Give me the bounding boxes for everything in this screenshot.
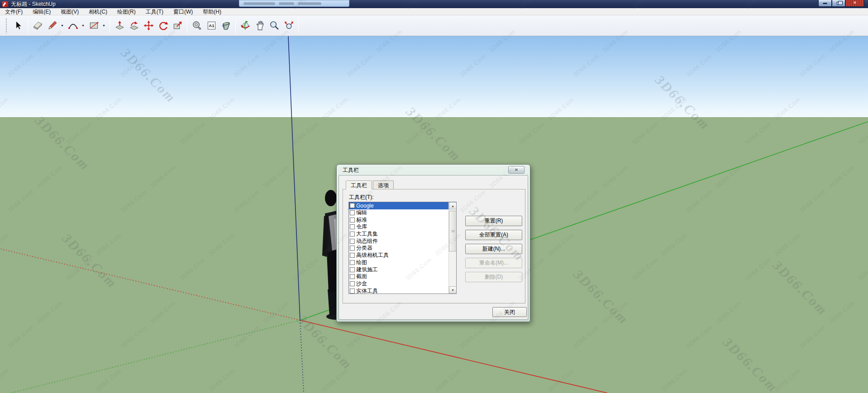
checkbox-unchecked-icon[interactable] [350,232,355,237]
toolbar-list-item[interactable]: 建筑施工 [349,266,456,273]
minimize-button[interactable]: ▬ [818,0,832,7]
toolbar-list-item-label: 截面 [356,273,367,280]
menu-item-3[interactable]: 相机(C) [84,8,112,15]
sketchup-window: 无标题 - SketchUp ▬ ✕ 文件(F)编辑(E)视图(V)相机(C)绘… [0,0,868,393]
toolbar-list-item-label: 建筑施工 [356,266,378,274]
checkbox-unchecked-icon[interactable] [350,210,355,215]
zoom-tool-button[interactable] [267,19,281,33]
svg-text:A1: A1 [209,23,215,28]
scrollbar-thumb[interactable] [449,211,457,251]
reset-all-button[interactable]: 全部重置(A) [465,230,522,240]
rectangle-dropdown-arrow-icon[interactable]: ▼ [101,19,107,33]
text-icon: A1 [206,20,217,31]
new-button[interactable]: 新建(N)... [465,244,522,254]
paint-bucket-icon [220,20,232,31]
toolbar-list-item[interactable]: 动态组件 [349,237,456,245]
dialog-close-icon[interactable]: ✕ [508,166,525,174]
toolbar-list-item[interactable]: 沙盒 [349,280,456,288]
restore-icon [837,2,840,5]
zoom-icon [269,20,280,31]
toolbar-separator [187,18,187,33]
toolbars-dialog: 工具栏 ✕ 工具栏选项 工具栏(T): Google编辑标准仓库大工具集动态组件… [336,164,530,322]
main-toolbar: ▼▼▼A1 [0,15,868,36]
toolbar-list-item[interactable]: Google [349,202,456,209]
close-button[interactable]: ✕ [845,0,864,7]
rename-button: 重命名(M)... [465,258,522,268]
select-tool-button[interactable] [11,19,25,33]
toolbar-list-item[interactable]: 分类器 [349,245,456,252]
toolbar-list-item-label: 沙盒 [356,280,367,288]
green-axis-negative [0,320,300,393]
scroll-up-icon[interactable]: ▲ [449,202,457,209]
checkbox-unchecked-icon[interactable] [350,224,355,229]
toolbar-list-item[interactable]: 高级相机工具 [349,252,456,259]
arc-tool-button[interactable] [66,19,80,33]
rotate-icon [157,20,169,31]
checkbox-unchecked-icon[interactable] [350,260,355,265]
checkbox-unchecked-icon[interactable] [350,218,355,223]
line-icon [47,20,58,31]
zoom-extents-tool-button[interactable] [282,19,296,33]
toolbar-list-item[interactable]: 标准 [349,216,456,223]
toolbar-list-item[interactable]: 实体工具 [349,287,456,294]
dialog-close-button[interactable]: 关闭 [492,307,527,317]
reset-button[interactable]: 重置(R) [465,216,522,226]
toolbar-list-item-label: 大工具集 [356,230,378,238]
red-axis [300,320,607,393]
line-dropdown-arrow-icon[interactable]: ▼ [59,19,65,33]
checkbox-unchecked-icon[interactable] [350,274,355,279]
menu-item-0[interactable]: 文件(F) [0,8,28,15]
rotate-tool-button[interactable] [156,19,170,33]
arc-icon [67,20,79,31]
scroll-down-icon[interactable]: ▼ [449,286,457,294]
push-pull-icon [114,20,125,31]
checkbox-unchecked-icon[interactable] [350,203,355,208]
rectangle-tool-button[interactable] [87,19,100,33]
toolbars-listbox[interactable]: Google编辑标准仓库大工具集动态组件分类器高级相机工具绘图建筑施工截面沙盒实… [348,202,457,294]
arc-dropdown-arrow-icon[interactable]: ▼ [80,19,86,33]
tape-measure-icon [191,20,203,31]
restore-button[interactable] [832,0,845,7]
window-title: 无标题 - SketchUp [11,0,56,8]
checkbox-unchecked-icon[interactable] [350,246,355,251]
orbit-tool-button[interactable] [238,19,252,33]
follow-me-tool-button[interactable] [127,19,141,33]
eraser-tool-button[interactable] [31,19,44,33]
move-tool-button[interactable] [142,19,155,33]
tape-measure-tool-button[interactable] [190,19,204,33]
checkbox-unchecked-icon[interactable] [350,253,355,258]
select-icon [13,20,24,31]
toolbar-separator [298,18,299,33]
menu-item-4[interactable]: 绘图(R) [112,8,141,15]
toolbar-list-item[interactable]: 截面 [349,273,456,280]
push-pull-tool-button[interactable] [113,19,126,33]
toolbar-list-item[interactable]: 仓库 [349,223,456,231]
delete-button: 删除(D) [465,272,522,282]
blue-axis [288,36,300,320]
tab-toolbars[interactable]: 工具栏 [346,180,372,189]
checkbox-unchecked-icon[interactable] [350,289,355,294]
toolbar-list-item-label: 标准 [356,216,367,224]
toolbar-list-item[interactable]: 绘图 [349,259,456,266]
toolbar-list-item[interactable]: 编辑 [349,209,456,217]
text-tool-button[interactable]: A1 [205,19,218,33]
menu-item-1[interactable]: 编辑(E) [28,8,56,15]
pan-icon [254,20,266,31]
dialog-body: 工具栏选项 工具栏(T): Google编辑标准仓库大工具集动态组件分类器高级相… [339,175,528,320]
line-tool-button[interactable] [45,19,59,33]
tab-options[interactable]: 选项 [373,180,394,189]
checkbox-unchecked-icon[interactable] [350,239,355,244]
toolbar-list-item[interactable]: 大工具集 [349,231,456,238]
menu-item-5[interactable]: 工具(T) [141,8,168,15]
pan-tool-button[interactable] [253,19,267,33]
checkbox-unchecked-icon[interactable] [350,281,355,286]
toolbar-separator [110,18,110,33]
menu-item-6[interactable]: 窗口(W) [168,8,198,15]
checkbox-unchecked-icon[interactable] [350,267,355,272]
toolbar-list-item-label: 编辑 [356,209,367,217]
menu-item-7[interactable]: 帮助(H) [198,8,226,15]
paint-bucket-tool-button[interactable] [219,19,233,33]
menu-item-2[interactable]: 视图(V) [56,8,84,15]
listbox-scrollbar[interactable]: ▲ ▼ [448,202,456,294]
offset-tool-button[interactable] [171,19,184,33]
